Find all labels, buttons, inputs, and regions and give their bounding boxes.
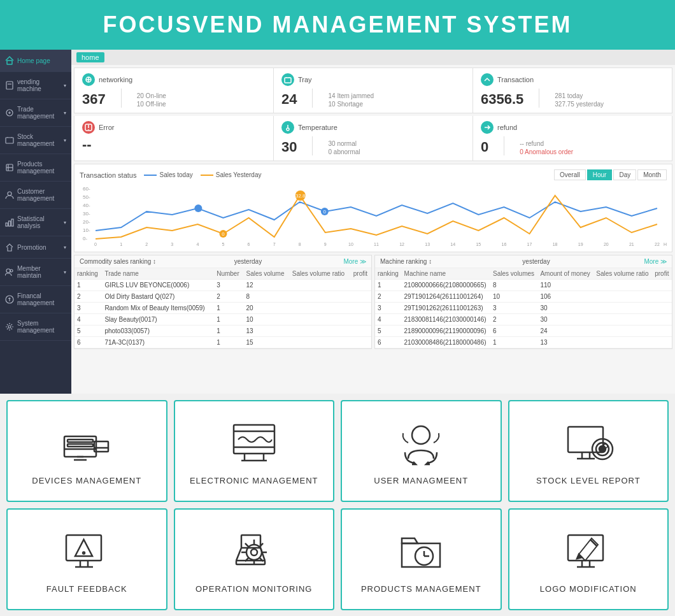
tray-main: 24 — [281, 91, 297, 108]
sidebar-item-system[interactable]: System management — [0, 313, 71, 341]
table-row: 229T1901264(26111001264)10106 — [375, 291, 672, 303]
breadcrumb: home — [71, 50, 675, 65]
svg-point-90 — [83, 552, 85, 554]
tables-row: Commodity sales ranking ↕ yesterday More… — [74, 255, 672, 349]
svg-rect-9 — [6, 223, 8, 226]
machine-table: Machine ranking ↕ yesterday More ≫ ranki… — [374, 255, 672, 349]
sidebar-item-customer[interactable]: Customer management — [0, 182, 71, 209]
tray-icon — [281, 73, 294, 86]
card-operation[interactable]: OPERATION MONITORING — [174, 508, 335, 610]
sidebar-label-trade: Trade management — [17, 106, 64, 120]
transaction-icon — [481, 73, 494, 86]
svg-rect-70 — [234, 425, 274, 454]
transaction-main: 6356.5 — [481, 91, 523, 108]
error-main: -- — [82, 136, 92, 153]
stats-row-2: Error -- Temperature — [74, 116, 672, 161]
col-ranking: ranking — [375, 268, 402, 280]
electronic-management-icon — [229, 417, 280, 468]
devices-management-icon — [61, 417, 112, 468]
sidebar-item-promotion[interactable]: Promotion ▾ — [0, 236, 71, 259]
tab-month[interactable]: Month — [637, 169, 667, 180]
col-profit: profit — [652, 268, 672, 280]
legend-today-label: Sales today — [159, 171, 192, 178]
svg-text:10-: 10- — [83, 227, 90, 233]
col-sales-volumes: Sales volumes — [490, 268, 537, 280]
card-user[interactable]: USER MANAGMEENT — [341, 400, 502, 502]
chart-legend: Sales today Sales Yesterday — [144, 171, 261, 178]
svg-point-76 — [412, 426, 430, 444]
col-number: Number — [214, 268, 243, 280]
svg-text:20: 20 — [604, 242, 609, 247]
sidebar-label-financial: Financal management — [17, 292, 66, 306]
sidebar-label-system: System management — [17, 320, 66, 334]
table-row: 671A-3C(0137)115 — [75, 337, 371, 348]
svg-point-83 — [599, 446, 606, 452]
divider — [504, 136, 504, 155]
svg-text:7: 7 — [273, 242, 276, 247]
svg-rect-100 — [568, 535, 603, 561]
table-row: 521890000096(21190000096)624 — [375, 326, 672, 337]
cards-section: DEVICES MANAGEMENT ELECTRONIC MANAGEMENT — [0, 394, 675, 616]
sidebar-item-products[interactable]: Products management — [0, 154, 71, 182]
commodity-yesterday: yesterday — [234, 258, 266, 265]
card-logo[interactable]: LOGO MODIFICATION — [508, 508, 669, 610]
divider — [121, 89, 122, 108]
sidebar-item-statistical[interactable]: Statistical analysis ▾ — [0, 209, 71, 236]
sidebar-item-stock[interactable]: Stock management ▾ — [0, 127, 71, 154]
card-electronic[interactable]: ELECTRONIC MANAGEMENT — [174, 400, 335, 502]
card-stock[interactable]: STOCK LEVEL REPORT — [508, 400, 669, 502]
tab-hour[interactable]: Hour — [587, 169, 613, 180]
refund-main: 0 — [481, 139, 488, 155]
svg-text:Ho...: Ho... — [664, 242, 667, 247]
sidebar-item-trade[interactable]: Trade management ▾ — [0, 99, 71, 127]
promotion-icon — [5, 243, 14, 252]
svg-rect-19 — [285, 78, 291, 83]
fault-feedback-icon — [61, 526, 112, 577]
commodity-more[interactable]: More ≫ — [343, 258, 366, 265]
sidebar-item-home[interactable]: Home page — [0, 50, 71, 72]
sidebar-item-member[interactable]: Member maintain ▾ — [0, 259, 71, 286]
svg-rect-1 — [6, 82, 13, 89]
svg-text:13: 13 — [425, 242, 430, 247]
tab-day[interactable]: Day — [613, 169, 636, 180]
logo-modification-icon — [563, 526, 614, 577]
col-sales-ratio: Sales volume ratio — [290, 268, 351, 280]
sidebar-item-vending[interactable]: vending machine ▾ — [0, 72, 71, 99]
breadcrumb-home[interactable]: home — [76, 52, 104, 62]
card-fault[interactable]: FAULT FEEDBACK — [6, 508, 167, 610]
commodity-data-table: ranking Trade name Number Sales volume S… — [75, 268, 371, 348]
svg-text:22: 22 — [655, 242, 660, 247]
card-products[interactable]: PRODUCTS MANAGEMENT — [341, 508, 502, 610]
svg-text:11: 11 — [374, 242, 379, 247]
divider — [312, 136, 313, 155]
temperature-icon — [281, 121, 294, 134]
svg-text:40-: 40- — [83, 203, 90, 208]
svg-text:30-: 30- — [83, 211, 90, 217]
products-icon — [5, 163, 14, 172]
chart-area: Transaction status Sales today Sales Yes… — [74, 164, 672, 252]
sidebar-item-financial[interactable]: Financal management — [0, 286, 71, 313]
operation-monitoring-icon — [229, 526, 280, 577]
chevron-member: ▾ — [64, 269, 66, 275]
svg-text:8: 8 — [299, 242, 301, 247]
svg-text:6: 6 — [248, 242, 250, 247]
col-sales-vol-ratio: Sales volume ratio — [593, 268, 652, 280]
table-row: 121080000666(21080000665)8110 — [375, 280, 672, 291]
card-devices[interactable]: DEVICES MANAGEMENT — [6, 400, 167, 502]
svg-text:32.8: 32.8 — [295, 193, 306, 199]
svg-point-8 — [8, 192, 11, 196]
machine-more[interactable]: More ≫ — [644, 258, 667, 265]
refund-anomalous: 0 Anomalous order — [520, 148, 573, 155]
transaction-label: Transaction — [497, 76, 534, 83]
chart-svg: 60- 50- 40- 30- 20- 10- 0- 36 0 — [80, 183, 667, 247]
financial-icon — [5, 295, 14, 304]
svg-text:3: 3 — [171, 242, 173, 247]
transaction-yesterday: 327.75 yesterday — [555, 101, 604, 108]
card-fault-label: FAULT FEEDBACK — [46, 584, 127, 594]
svg-text:9: 9 — [324, 242, 327, 247]
tab-overall[interactable]: Overall — [554, 169, 586, 180]
svg-text:50-: 50- — [83, 194, 90, 200]
svg-text:0: 0 — [94, 242, 97, 247]
refund-icon — [481, 121, 494, 134]
svg-text:20-: 20- — [83, 219, 90, 225]
